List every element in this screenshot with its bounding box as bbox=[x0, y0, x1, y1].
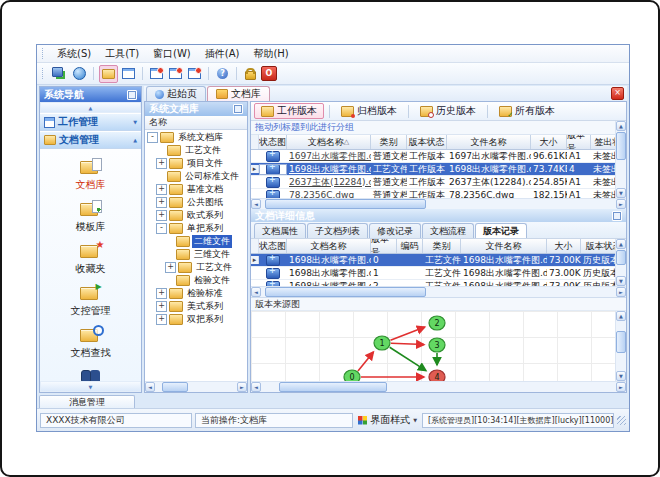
tree-node[interactable]: 检验文件 bbox=[145, 274, 247, 287]
resize-grip[interactable] bbox=[617, 416, 626, 425]
column-header[interactable]: 大小 bbox=[547, 239, 581, 253]
graph-canvas[interactable]: 01234 bbox=[251, 311, 615, 381]
lock-icon[interactable] bbox=[242, 66, 259, 82]
column-header[interactable]: 文件名称 bbox=[461, 239, 547, 253]
scroll-left-icon[interactable]: ◄ bbox=[251, 382, 261, 392]
close-window-icon[interactable] bbox=[148, 66, 165, 82]
expand-toggle-icon[interactable]: + bbox=[156, 288, 167, 299]
documents-vertical-scrollbar[interactable]: ▲ ▼ bbox=[615, 121, 626, 198]
table-row[interactable]: 78.2356C.dwg普通文档工作版本78.2356C.dwg182.15KB… bbox=[251, 189, 615, 198]
tab-start[interactable]: 起始页 bbox=[146, 86, 206, 101]
sidebar-item-doc-control[interactable]: 文控管理 bbox=[45, 280, 137, 320]
column-header[interactable]: 状态图 bbox=[259, 239, 287, 253]
column-header[interactable]: 文档名称 △ bbox=[287, 135, 371, 149]
expand-toggle-icon[interactable]: + bbox=[165, 262, 176, 273]
tree-node[interactable]: +基准文档 bbox=[145, 183, 247, 196]
documents-horizontal-scrollbar[interactable]: ◄ ► bbox=[251, 198, 626, 209]
tree-horizontal-scrollbar[interactable]: ◄ ► bbox=[145, 381, 247, 392]
connect-icon[interactable] bbox=[52, 66, 69, 82]
collapse-toggle-icon[interactable]: - bbox=[156, 223, 167, 234]
group-by-bar[interactable]: 拖动列标题到此进行分组 bbox=[251, 121, 615, 135]
help-icon[interactable] bbox=[214, 66, 231, 82]
sidebar-group-collapsed[interactable]: 工作管理▼ bbox=[40, 113, 141, 131]
menu-item[interactable]: 系统(S) bbox=[50, 46, 98, 62]
tree-node[interactable]: +工艺文件 bbox=[145, 261, 247, 274]
sidebar-item-template[interactable]: 模板库 bbox=[45, 196, 137, 236]
column-header[interactable]: 大小 bbox=[531, 135, 567, 149]
scroll-up-icon[interactable]: ▲ bbox=[616, 239, 626, 249]
details-tab[interactable]: 文档属性 bbox=[254, 223, 306, 238]
expand-toggle-icon[interactable]: + bbox=[156, 314, 167, 325]
table-row[interactable]: 1697出水嘴零件图.dwg普通文档工作版本1697出水嘴零件图.dwg96.6… bbox=[251, 150, 615, 163]
details-tab[interactable]: 版本记录 bbox=[475, 223, 527, 238]
scroll-left-icon[interactable]: ◄ bbox=[251, 287, 261, 297]
column-header[interactable]: 类别 bbox=[371, 135, 407, 149]
details-tab[interactable]: 文档流程 bbox=[422, 223, 474, 238]
scroll-down-icon[interactable]: ▼ bbox=[616, 188, 626, 198]
scroll-right-icon[interactable]: ► bbox=[616, 287, 626, 297]
pin-icon[interactable] bbox=[233, 104, 243, 114]
sidebar-scroll-up[interactable]: ▲ bbox=[40, 102, 141, 113]
versions-vertical-scrollbar[interactable]: ▲ ▼ bbox=[615, 239, 626, 286]
expand-toggle-icon[interactable]: + bbox=[156, 210, 167, 221]
version-button-1[interactable]: 归档版本 bbox=[335, 104, 403, 118]
expand-toggle-icon[interactable]: + bbox=[156, 184, 167, 195]
window-icon[interactable] bbox=[120, 66, 137, 82]
close-window-icon[interactable] bbox=[167, 66, 184, 82]
column-header[interactable]: 状态图 bbox=[259, 135, 287, 149]
scroll-left-icon[interactable]: ◄ bbox=[251, 199, 261, 209]
tab-library[interactable]: 文档库 bbox=[207, 86, 270, 101]
folder-window-icon[interactable] bbox=[99, 65, 118, 83]
tree-node[interactable]: +欧式系列 bbox=[145, 209, 247, 222]
tab-message-management[interactable]: 消息管理 bbox=[39, 395, 135, 408]
sidebar-item-doc-search[interactable]: 文档查找 bbox=[45, 322, 137, 362]
expand-toggle-icon[interactable]: + bbox=[156, 158, 167, 169]
scroll-right-icon[interactable]: ► bbox=[616, 382, 626, 392]
scroll-up-icon[interactable]: ▲ bbox=[616, 311, 626, 321]
tree-node[interactable]: +双把系列 bbox=[145, 313, 247, 326]
table-row[interactable]: ▸1698出水嘴零件图.dwg工艺文件工作版本1698出水嘴零件图.dwg73.… bbox=[251, 163, 615, 176]
tree-node[interactable]: +美式系列 bbox=[145, 300, 247, 313]
version-button-0[interactable]: 工作版本 bbox=[254, 103, 324, 119]
scroll-right-icon[interactable]: ► bbox=[616, 199, 626, 209]
sidebar-item-library[interactable]: 文档库 bbox=[45, 154, 137, 194]
exit-icon[interactable] bbox=[261, 66, 277, 81]
details-tab[interactable]: 修改记录 bbox=[369, 223, 421, 238]
tree-node[interactable]: +项目文件 bbox=[145, 157, 247, 170]
version-button-3[interactable]: 所有版本 bbox=[493, 104, 561, 118]
scroll-down-icon[interactable]: ▼ bbox=[616, 276, 626, 286]
pin-icon[interactable] bbox=[612, 211, 622, 221]
close-icon[interactable]: × bbox=[611, 87, 624, 100]
column-header[interactable]: 版本状态 bbox=[407, 135, 447, 149]
scroll-up-icon[interactable]: ▲ bbox=[616, 121, 626, 131]
tree-column-header[interactable]: 名称 bbox=[145, 116, 247, 130]
collapse-toggle-icon[interactable]: - bbox=[147, 132, 158, 143]
versions-horizontal-scrollbar[interactable]: ◄ ► bbox=[251, 286, 626, 297]
column-header[interactable]: 签出状态 bbox=[591, 135, 615, 149]
version-button-2[interactable]: 历史版本 bbox=[414, 104, 482, 118]
close-window-icon[interactable] bbox=[186, 66, 203, 82]
scroll-right-icon[interactable]: ► bbox=[237, 382, 247, 392]
menu-item[interactable]: 工具(T) bbox=[98, 46, 146, 62]
scroll-left-icon[interactable]: ◄ bbox=[145, 382, 155, 392]
expand-toggle-icon[interactable]: + bbox=[156, 301, 167, 312]
column-header[interactable]: 版本号 bbox=[371, 239, 397, 253]
tree-node[interactable]: 公司标准文件 bbox=[145, 170, 247, 183]
scroll-down-icon[interactable]: ▼ bbox=[616, 371, 626, 381]
tree-node[interactable]: 三维文件 bbox=[145, 248, 247, 261]
sidebar-item-folder-search[interactable]: 文件夹查找 bbox=[45, 364, 137, 381]
tree-node[interactable]: -系统文档库 bbox=[145, 131, 247, 144]
column-header[interactable]: 类别 bbox=[423, 239, 461, 253]
sidebar-item-favorites[interactable]: 收藏夹 bbox=[45, 238, 137, 278]
graph-horizontal-scrollbar[interactable]: ◄ ► bbox=[251, 381, 626, 392]
tree-node[interactable]: -单把系列 bbox=[145, 222, 247, 235]
menu-item[interactable]: 窗口(W) bbox=[146, 46, 198, 62]
style-selector[interactable]: 界面样式 ▼ bbox=[356, 413, 419, 427]
tree-node[interactable]: 工艺文件 bbox=[145, 144, 247, 157]
column-header[interactable]: 版本号 bbox=[567, 135, 591, 149]
column-header[interactable]: 编码 bbox=[397, 239, 423, 253]
tree-node[interactable]: 二维文件 bbox=[145, 235, 247, 248]
menu-item[interactable]: 插件(A) bbox=[198, 46, 247, 62]
menu-item[interactable]: 帮助(H) bbox=[246, 46, 295, 62]
column-header[interactable]: 文档名称 bbox=[287, 239, 371, 253]
